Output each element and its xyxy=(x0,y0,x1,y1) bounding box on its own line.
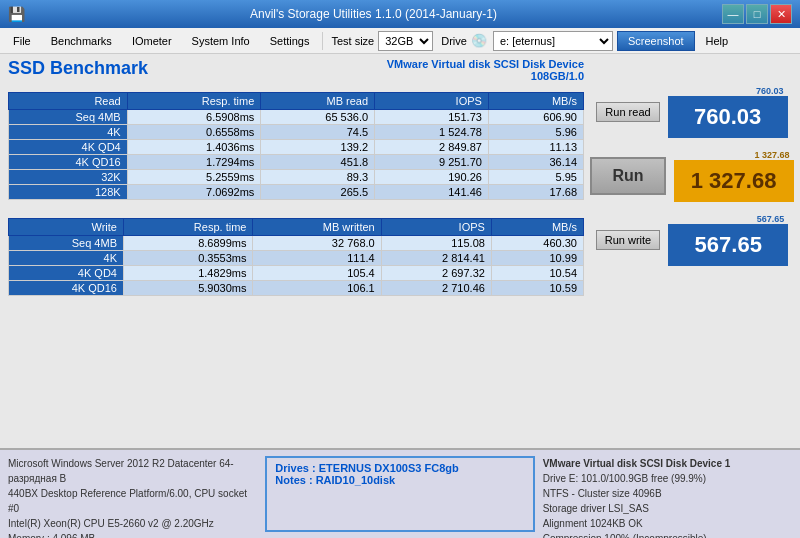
read-header-mbs: MB/s xyxy=(488,93,583,110)
write-row-mb: 111.4 xyxy=(253,251,381,266)
run-button[interactable]: Run xyxy=(590,157,665,195)
menu-bar: File Benchmarks IOmeter System Info Sett… xyxy=(0,28,800,54)
read-row-mbs: 17.68 xyxy=(488,185,583,200)
sys-line1: Microsoft Windows Server 2012 R2 Datacen… xyxy=(8,456,257,486)
write-row-mb: 32 768.0 xyxy=(253,236,381,251)
read-row-label: 128K xyxy=(9,185,128,200)
maximize-button[interactable]: □ xyxy=(746,4,768,24)
alignment-info: Alignment 1024KB OK xyxy=(543,516,792,531)
write-row-label: 4K QD4 xyxy=(9,266,124,281)
compression-info: Compression 100% (Incompressible) xyxy=(543,531,792,538)
vmware-label: VMware Virtual disk SCSI Disk Device 1 xyxy=(543,456,792,471)
read-row-mb: 89.3 xyxy=(261,170,375,185)
drive-select[interactable]: e: [eternus] xyxy=(493,31,613,51)
run-area: Run 1 327.68 1 327.68 xyxy=(590,150,793,202)
title-bar: 💾 Anvil's Storage Utilities 1.1.0 (2014-… xyxy=(0,0,800,28)
menu-system-info[interactable]: System Info xyxy=(183,31,259,51)
write-header-iops: IOPS xyxy=(381,219,491,236)
write-row-iops: 2 697.32 xyxy=(381,266,491,281)
menu-iometer[interactable]: IOmeter xyxy=(123,31,181,51)
write-result-container: 567.65 567.65 xyxy=(668,214,788,266)
write-table-row: 4K QD4 1.4829ms 105.4 2 697.32 10.54 xyxy=(9,266,584,281)
read-row-mbs: 5.96 xyxy=(488,125,583,140)
read-row-mbs: 5.95 xyxy=(488,170,583,185)
run-read-area: Run read 760.03 760.03 xyxy=(596,86,787,138)
read-header-label: Read xyxy=(9,93,128,110)
read-row-label: 4K QD4 xyxy=(9,140,128,155)
read-table-row: 32K 5.2559ms 89.3 190.26 5.95 xyxy=(9,170,584,185)
write-row-mb: 106.1 xyxy=(253,281,381,296)
read-table-row: Seq 4MB 6.5908ms 65 536.0 151.73 606.90 xyxy=(9,110,584,125)
read-header-iops: IOPS xyxy=(375,93,489,110)
read-row-mb: 451.8 xyxy=(261,155,375,170)
read-row-resp: 5.2559ms xyxy=(127,170,261,185)
total-result-label: 1 327.68 xyxy=(674,150,794,160)
menu-help[interactable]: Help xyxy=(697,31,738,51)
screenshot-button[interactable]: Screenshot xyxy=(617,31,695,51)
ssd-header: SSD Benchmark VMware Virtual disk SCSI D… xyxy=(8,58,584,82)
content-area: SSD Benchmark VMware Virtual disk SCSI D… xyxy=(0,54,800,448)
read-row-mbs: 11.13 xyxy=(488,140,583,155)
right-panel: Run read 760.03 760.03 Run 1 327.68 1 32… xyxy=(592,58,792,444)
write-row-mbs: 10.99 xyxy=(491,251,583,266)
sys-line2: 440BX Desktop Reference Platform/6.00, C… xyxy=(8,486,257,516)
read-row-resp: 7.0692ms xyxy=(127,185,261,200)
read-header-mb: MB read xyxy=(261,93,375,110)
menu-settings[interactable]: Settings xyxy=(261,31,319,51)
testsize-select[interactable]: 32GB xyxy=(378,31,433,51)
main-content: SSD Benchmark VMware Virtual disk SCSI D… xyxy=(0,54,800,538)
read-row-mbs: 36.14 xyxy=(488,155,583,170)
read-table: Read Resp. time MB read IOPS MB/s Seq 4M… xyxy=(8,92,584,200)
app-icon: 💾 xyxy=(8,6,25,22)
testsize-label: Test size xyxy=(331,35,374,47)
drive-icon: 💿 xyxy=(471,33,487,48)
run-write-button[interactable]: Run write xyxy=(596,230,660,250)
window-controls: — □ ✕ xyxy=(722,4,792,24)
write-row-resp: 0.3553ms xyxy=(123,251,252,266)
menu-benchmarks[interactable]: Benchmarks xyxy=(42,31,121,51)
run-read-button[interactable]: Run read xyxy=(596,102,659,122)
read-row-mb: 65 536.0 xyxy=(261,110,375,125)
write-row-label: Seq 4MB xyxy=(9,236,124,251)
sys-line3: Intel(R) Xeon(R) CPU E5-2660 v2 @ 2.20GH… xyxy=(8,516,257,531)
drive-label: Drive xyxy=(441,35,467,47)
read-result-box: 760.03 xyxy=(668,96,788,138)
read-row-iops: 141.46 xyxy=(375,185,489,200)
app-title: Anvil's Storage Utilities 1.1.0 (2014-Ja… xyxy=(25,7,722,21)
write-row-iops: 2 814.41 xyxy=(381,251,491,266)
read-table-row: 4K QD4 1.4036ms 139.2 2 849.87 11.13 xyxy=(9,140,584,155)
ntfs-info: NTFS - Cluster size 4096B xyxy=(543,486,792,501)
minimize-button[interactable]: — xyxy=(722,4,744,24)
write-header-resp: Resp. time xyxy=(123,219,252,236)
write-row-iops: 2 710.46 xyxy=(381,281,491,296)
write-header-mb: MB written xyxy=(253,219,381,236)
write-row-resp: 1.4829ms xyxy=(123,266,252,281)
read-row-mb: 74.5 xyxy=(261,125,375,140)
write-result-label: 567.65 xyxy=(668,214,788,224)
read-header-resp: Resp. time xyxy=(127,93,261,110)
write-table-row: 4K QD16 5.9030ms 106.1 2 710.46 10.59 xyxy=(9,281,584,296)
notes-line: Notes : RAID10_10disk xyxy=(275,474,524,486)
drive-info: Drive E: 101.0/100.9GB free (99.9%) xyxy=(543,471,792,486)
bottom-middle: Drives : ETERNUS DX100S3 FC8gb Notes : R… xyxy=(265,456,534,532)
write-table: Write Resp. time MB written IOPS MB/s Se… xyxy=(8,218,584,296)
run-write-area: Run write 567.65 567.65 xyxy=(596,214,788,266)
bottom-left: Microsoft Windows Server 2012 R2 Datacen… xyxy=(8,456,257,532)
write-header-label: Write xyxy=(9,219,124,236)
ssd-title: SSD Benchmark xyxy=(8,58,148,79)
read-row-resp: 1.4036ms xyxy=(127,140,261,155)
menu-file[interactable]: File xyxy=(4,31,40,51)
read-row-iops: 190.26 xyxy=(375,170,489,185)
write-row-mbs: 10.54 xyxy=(491,266,583,281)
read-table-row: 4K QD16 1.7294ms 451.8 9 251.70 36.14 xyxy=(9,155,584,170)
write-row-resp: 8.6899ms xyxy=(123,236,252,251)
read-row-label: 4K QD16 xyxy=(9,155,128,170)
total-result-box: 1 327.68 xyxy=(674,160,794,202)
vmware-info: VMware Virtual disk SCSI Disk Device 108… xyxy=(387,58,584,82)
read-row-resp: 1.7294ms xyxy=(127,155,261,170)
read-result-label: 760.03 xyxy=(668,86,788,96)
close-button[interactable]: ✕ xyxy=(770,4,792,24)
read-result-container: 760.03 760.03 xyxy=(668,86,788,138)
read-row-label: 32K xyxy=(9,170,128,185)
write-row-label: 4K QD16 xyxy=(9,281,124,296)
